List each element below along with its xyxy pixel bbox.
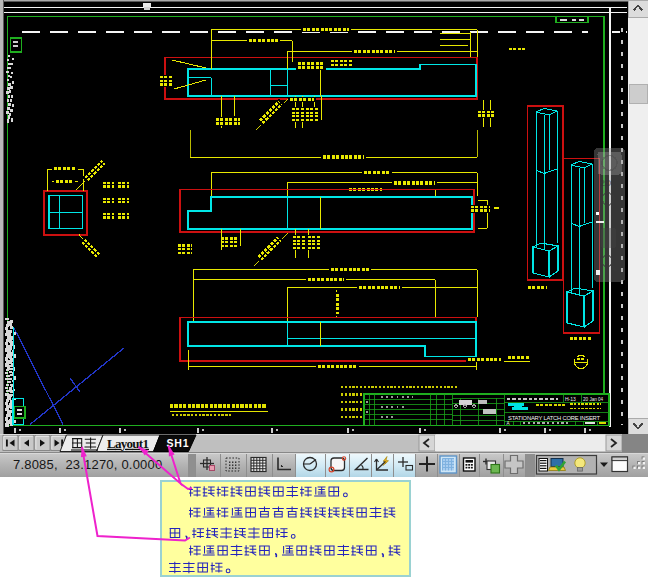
svg-text:20 Jan 04: 20 Jan 04 [583, 397, 604, 402]
svg-text:2D: 2D [600, 178, 612, 188]
svg-text:STATIONARY LATCH CORE INSERT: STATIONARY LATCH CORE INSERT [508, 415, 600, 421]
svg-text:Layout1: Layout1 [107, 436, 149, 451]
svg-text:H-13: H-13 [565, 396, 576, 402]
svg-text:7.8085, 23.1270, 0.0000: 7.8085, 23.1270, 0.0000 [13, 457, 162, 472]
svg-text:SH1: SH1 [167, 437, 190, 449]
